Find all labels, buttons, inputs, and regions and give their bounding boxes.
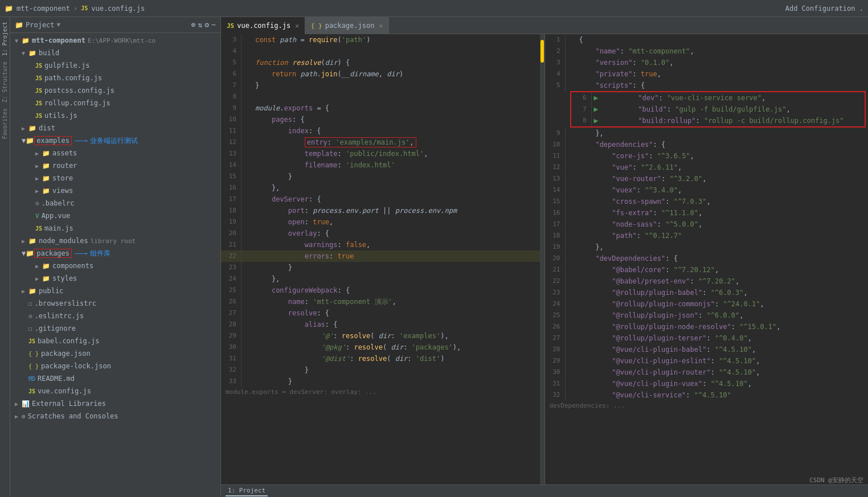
close-icon[interactable]: − — [211, 20, 216, 29]
tree-root[interactable]: ▼ 📁 mtt-component E:\APP-WORK\mtt-co — [10, 34, 220, 47]
pkg-line-19: 19 }, — [545, 241, 785, 253]
code-line-17: 17 devServer: { — [221, 194, 544, 205]
favorites-side-label[interactable]: Favorites — [1, 106, 9, 141]
folder-icon: 📁 — [5, 5, 13, 13]
tree-item-gulpfile[interactable]: JS gulpfile.js — [10, 59, 220, 72]
vue-config-code-area[interactable]: 3 const path = require('path') 4 5 — [221, 34, 544, 484]
tree-item-public[interactable]: ▶ 📁 public — [10, 285, 220, 297]
project-side-label[interactable]: 1: Project — [1, 19, 9, 58]
structure-side-label[interactable]: Z: Structure — [1, 59, 9, 105]
tree-item-external-libraries[interactable]: ▶ 📊 External Libraries — [10, 397, 220, 410]
code-line-16: 16 }, — [221, 182, 544, 194]
tree-item-components[interactable]: ▶ 📁 components — [10, 260, 220, 272]
run-dev-button[interactable]: ▶ — [594, 93, 599, 102]
tree-item-scratches[interactable]: ▶ ⊙ Scratches and Consoles — [10, 410, 220, 422]
breadcrumb: 📁 mtt-component › JS vue.config.js — [5, 5, 145, 13]
sidebar-header: 📁 Project ▼ ⊕ ⇅ ⚙ − — [10, 17, 220, 33]
sidebar-tree: ▼ 📁 mtt-component E:\APP-WORK\mtt-co ▼ 📁… — [10, 33, 220, 497]
pkg-line-9: 9 }, — [545, 128, 785, 139]
pkg-line-28: 28 "@vue/cli-plugin-babel": "^4.5.10", — [545, 344, 785, 355]
pkg-line-17: 17 "node-sass": "^5.0.0", — [545, 219, 785, 230]
code-line-23: 23 } — [221, 262, 544, 273]
pkg-line-25: 25 "@rollup/plugin-json": "^6.0.0", — [545, 310, 785, 321]
project-name: mtt-component — [17, 5, 70, 13]
tree-item-package-json[interactable]: { } package.json — [10, 347, 220, 360]
tree-item-browserslistrc[interactable]: ◻ .browserslistrc — [10, 297, 220, 310]
pkg-line-13: 13 "vue-router": "^3.2.0", — [545, 173, 785, 184]
package-json-code-area[interactable]: 1 { 2 "name": "mtt-component", 3 — [545, 34, 869, 484]
package-json-lines-wrapper: 1 { 2 "name": "mtt-component", 3 — [545, 34, 869, 401]
pkg-line-23: 23 "@rollup/plugin-babel": "^6.0.3", — [545, 287, 785, 298]
tree-item-path-config[interactable]: JS path.config.js — [10, 72, 220, 84]
side-labels-panel: 1: Project Z: Structure Favorites — [0, 17, 10, 497]
tree-item-babelrc[interactable]: ⚙ .babelrc — [10, 197, 220, 210]
code-line-11: 11 index: { — [221, 125, 544, 137]
tree-item-router[interactable]: ▶ 📁 router — [10, 159, 220, 172]
packages-arrow-annotation: ——→ — [75, 249, 88, 257]
tree-item-gitignore[interactable]: ◻ .gitignore — [10, 322, 220, 335]
tree-item-package-lock[interactable]: { } package-lock.json — [10, 360, 220, 372]
code-line-22: 22 errors: true — [221, 250, 544, 262]
code-line-15: 15 } — [221, 171, 544, 182]
code-line-12: 12 entry: 'examples/main.js', — [221, 137, 544, 148]
watermark: CSDN @安静的天空 — [809, 476, 863, 484]
code-line-19: 19 open: true, — [221, 216, 544, 228]
tree-item-readme[interactable]: MD README.md — [10, 372, 220, 385]
tree-item-app-vue[interactable]: V App.vue — [10, 210, 220, 222]
code-lines-vue-config: 3 const path = require('path') 4 5 — [221, 34, 544, 387]
root-arrow: ▼ — [15, 38, 22, 44]
tree-item-build[interactable]: ▼ 📁 build — [10, 47, 220, 59]
pkg-continuation: devDependencies: ... — [545, 401, 869, 410]
tree-item-views[interactable]: ▶ 📁 views — [10, 184, 220, 197]
code-line-29: 29 '@': resolve( dir: 'examples'), — [221, 330, 544, 342]
code-line-25: 25 configureWebpack: { — [221, 285, 544, 296]
scroll-thumb — [541, 40, 544, 63]
editors-container: 3 const path = require('path') 4 5 — [221, 34, 868, 484]
tab-package-json-label: package.json — [325, 22, 375, 30]
tab-package-json[interactable]: { } package.json ✕ — [305, 17, 389, 34]
tree-item-dist[interactable]: ▶ 📁 dist — [10, 122, 220, 134]
sidebar-title: Project — [26, 21, 55, 29]
code-line-28: 28 alias: { — [221, 319, 544, 330]
tree-item-packages-row[interactable]: ▼ 📁 packages ——→ 组件库 — [10, 247, 220, 260]
run-build-button[interactable]: ▶ — [594, 105, 599, 113]
add-configuration-button[interactable]: Add Configuration . — [785, 5, 863, 13]
code-line-13: 13 template: 'public/index.html', — [221, 148, 544, 159]
settings-icon[interactable]: ⚙ — [204, 20, 209, 29]
collapse-icon[interactable]: ⇅ — [198, 20, 203, 29]
sync-icon[interactable]: ⊕ — [191, 20, 196, 29]
tree-item-main-js[interactable]: JS main.js — [10, 222, 220, 235]
pkg-line-6: 6 ▶ "dev": "vue-cli-service serve", — [571, 92, 849, 104]
pkg-line-4: 4 "private": true, — [545, 68, 699, 80]
code-line-27: 27 resolve: { — [221, 307, 544, 319]
tree-item-eslintrc[interactable]: ⚙ .eslintrc.js — [10, 310, 220, 322]
main-layout: 1: Project Z: Structure Favorites 📁 Proj… — [0, 17, 868, 497]
code-line-10: 10 pages: { — [221, 114, 544, 125]
tree-item-node-modules[interactable]: ▶ 📁 node_modules library root — [10, 235, 220, 247]
code-line-21: 21 warnings: false, — [221, 239, 544, 250]
tree-item-babel-config[interactable]: JS babel.config.js — [10, 335, 220, 347]
tree-item-store[interactable]: ▶ 📁 store — [10, 172, 220, 184]
pkg-line-30: 30 "@vue/cli-plugin-router": "^4.5.10", — [545, 367, 785, 378]
sidebar: 📁 Project ▼ ⊕ ⇅ ⚙ − ▼ 📁 mtt-component E:… — [10, 17, 221, 497]
tree-item-styles[interactable]: ▶ 📁 styles — [10, 272, 220, 285]
run-build-rollup-button[interactable]: ▶ — [594, 116, 599, 125]
code-line-33: 33 } — [221, 376, 544, 387]
tree-item-vue-config[interactable]: JS vue.config.js — [10, 385, 220, 397]
bottom-tab-project[interactable]: 1: Project — [226, 486, 268, 496]
editor-area: JS vue.config.js ✕ { } package.json ✕ — [221, 17, 868, 497]
close-tab-package-json[interactable]: ✕ — [379, 22, 383, 30]
code-line-20: 20 overlay: { — [221, 228, 544, 239]
pkg-line-14: 14 "vuex": "^3.4.0", — [545, 184, 785, 196]
tree-item-postcss[interactable]: JS postcss.config.js — [10, 84, 220, 97]
tab-vue-config[interactable]: JS vue.config.js ✕ — [221, 17, 305, 34]
pkg-line-8: 8 ▶ "build:rollup": "rollup -c build/rol… — [571, 115, 849, 126]
code-line-3: 3 const path = require('path') — [221, 34, 544, 46]
close-tab-vue-config[interactable]: ✕ — [295, 22, 299, 30]
tree-item-utils[interactable]: JS utils.js — [10, 109, 220, 122]
folder-icon: 📁 — [15, 21, 23, 29]
tree-item-rollup[interactable]: JS rollup.config.js — [10, 97, 220, 109]
pkg-line-32: 32 "@vue/cli-service": "^4.5.10" — [545, 389, 785, 401]
tree-item-assets[interactable]: ▶ 📁 assets — [10, 147, 220, 159]
tree-item-examples-row[interactable]: ▼ 📁 examples ——→ 业务端运行测试 — [10, 134, 220, 147]
